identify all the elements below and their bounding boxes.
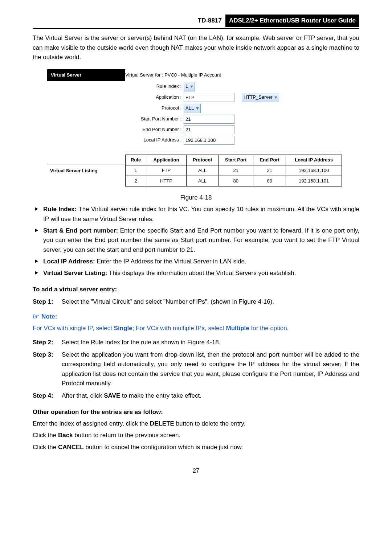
step3-body: Select the application you want from dro… — [62, 350, 359, 388]
application-input[interactable] — [184, 93, 234, 102]
protocol-select[interactable]: ALL — [184, 104, 201, 113]
add-entry-heading: To add a virtual server entry: — [33, 285, 359, 294]
intro-paragraph: The Virtual Server is the server or serv… — [33, 33, 359, 62]
rule-index-select[interactable]: 1 — [184, 82, 195, 91]
pointing-hand-icon: ☞ — [33, 311, 39, 322]
page-number: 27 — [33, 467, 359, 476]
protocol-label: Protocol : — [125, 104, 184, 112]
listing-title: Virtual Server Listing — [47, 166, 125, 176]
chevron-down-icon — [196, 107, 199, 110]
doc-header-title: ADSL2/2+ Ethernet/USB Router User Guide — [225, 15, 359, 27]
other-line-back: Click the Back button to return to the p… — [33, 431, 359, 440]
figure-caption: Figure 4-18 — [33, 193, 359, 202]
panel-caption: Virtual Server for : PVC0 - Multiple IP … — [125, 71, 342, 79]
chevron-down-icon — [190, 86, 193, 88]
other-line-delete: Enter the index of assigned entry, click… — [33, 419, 359, 428]
step1-body: Select the "Virtual Circuit" and select … — [62, 297, 359, 307]
step4-label: Step 4: — [33, 391, 62, 401]
virtual-server-table: Rule Application Protocol Start Port End… — [125, 155, 342, 186]
step4-body: After that, click SAVE to make the entry… — [62, 391, 359, 401]
table-row: 2 HTTP ALL 80 80 192.168.1.101 — [126, 176, 342, 186]
bullet-start-end-port: Start & End port number: Enter the speci… — [43, 226, 359, 255]
panel-title: Virtual Server — [47, 69, 125, 81]
start-port-label: Start Port Number : — [125, 115, 184, 123]
triangle-bullet-icon — [35, 271, 38, 275]
virtual-server-panel: Virtual Server Virtual Server for : PVC0… — [47, 69, 345, 189]
triangle-bullet-icon — [35, 207, 38, 211]
chevron-down-icon — [274, 97, 277, 99]
triangle-bullet-icon — [35, 229, 38, 232]
bullet-rule-index: Rule Index: The Virtual server rule inde… — [43, 205, 359, 224]
col-start-port: Start Port — [219, 155, 253, 165]
protocol-value: ALL — [185, 104, 194, 112]
note-body: For VCs with single IP, select Single; F… — [33, 324, 359, 333]
separator-line — [47, 164, 125, 164]
step2-label: Step 2: — [33, 338, 62, 347]
other-line-cancel: Click the CANCEL button to cancel the co… — [33, 443, 359, 452]
other-operation-heading: Other operation for the entries are as f… — [33, 407, 359, 417]
start-port-input[interactable] — [184, 115, 234, 124]
note-label: Note: — [41, 312, 57, 321]
rule-index-value: 1 — [185, 83, 188, 90]
step2-body: Select the Rule index for the rule as sh… — [62, 338, 359, 347]
end-port-label: End Port Number : — [125, 126, 184, 133]
rule-index-label: Rule Index : — [125, 83, 184, 90]
application-label: Application : — [125, 94, 184, 101]
local-ip-label: Local IP Address : — [125, 136, 184, 144]
col-local-ip: Local IP Address — [286, 155, 342, 165]
table-row: 1 FTP ALL 21 21 192.168.1.100 — [126, 165, 342, 176]
header-underline — [33, 28, 359, 29]
application-preset-select[interactable]: HTTP_Server — [242, 93, 279, 102]
col-protocol: Protocol — [186, 155, 218, 165]
step1-label: Step 1: — [33, 297, 62, 307]
col-end-port: End Port — [253, 155, 286, 165]
step3-label: Step 3: — [33, 350, 62, 360]
triangle-bullet-icon — [35, 259, 38, 263]
application-preset-value: HTTP_Server — [244, 94, 272, 101]
doc-model: TD-8817 — [194, 15, 225, 27]
bullet-virtual-server-listing: Virtual Server Listing: This displays th… — [43, 268, 359, 278]
separator-line — [125, 153, 342, 153]
col-rule: Rule — [126, 155, 146, 165]
local-ip-input[interactable] — [184, 136, 234, 145]
end-port-input[interactable] — [184, 125, 234, 134]
col-application: Application — [146, 155, 187, 165]
bullet-local-ip: Local IP Address: Enter the IP Address f… — [43, 257, 359, 266]
